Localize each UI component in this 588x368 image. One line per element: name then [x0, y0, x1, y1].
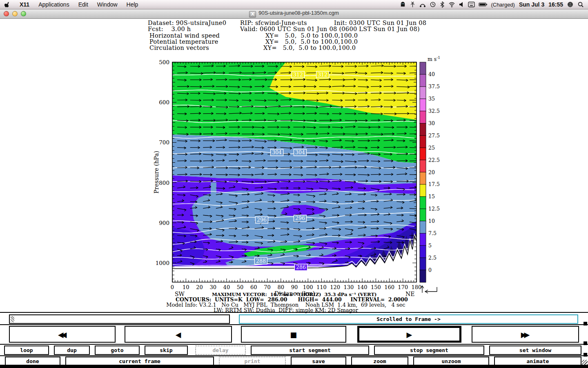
antenna-icon[interactable]	[410, 1, 416, 8]
svg-text:15: 15	[428, 193, 435, 200]
svg-text:30: 30	[428, 120, 435, 126]
svg-text:600: 600	[159, 99, 169, 105]
svg-text:20: 20	[428, 169, 435, 175]
svg-text:296: 296	[295, 215, 305, 221]
svg-text:90: 90	[291, 284, 298, 290]
svg-text:17.5: 17.5	[428, 181, 440, 187]
wifi-icon[interactable]	[448, 1, 455, 8]
svg-text:700: 700	[159, 139, 169, 146]
sash-handle-1[interactable]	[584, 322, 587, 325]
sash-handle-3[interactable]	[584, 353, 587, 357]
svg-text:32.5: 32.5	[428, 108, 440, 114]
svg-text:296: 296	[257, 217, 267, 223]
input-menu-icon[interactable]	[468, 1, 475, 8]
svg-text:288: 288	[256, 258, 266, 264]
apple-menu[interactable]	[0, 0, 15, 9]
panel-divider-2	[0, 324, 588, 325]
svg-text:100: 100	[303, 284, 313, 290]
screen: X11 Applications Edit Window Help	[0, 0, 588, 368]
menu-item-x11[interactable]: X11	[15, 0, 34, 9]
svg-text:50: 50	[237, 284, 244, 290]
header-dataset: Dataset: 90S-utsiraJune0	[148, 20, 226, 26]
svg-text:900: 900	[159, 220, 169, 226]
window-resize-grip[interactable]	[582, 360, 588, 365]
svg-text:20: 20	[196, 284, 203, 290]
header-valid: Valid: 0600 UTC Sun 01 Jun 08 (0600 LST …	[240, 26, 420, 32]
menu-item-window[interactable]: Window	[93, 0, 122, 9]
svg-text:286: 286	[296, 264, 306, 270]
header-field-1-range: XY= 5.0, 5.0 to 100.0,100.0	[265, 32, 358, 39]
header-field-1: Horizontal wind speed	[149, 32, 220, 39]
panel-divider-4	[0, 355, 588, 356]
svg-text:Pressure (hPa): Pressure (hPa)	[153, 151, 160, 193]
svg-text:500: 500	[159, 59, 169, 65]
svg-text:2.5: 2.5	[428, 255, 437, 261]
svg-text:800: 800	[159, 180, 169, 186]
battery-icon[interactable]	[479, 1, 488, 8]
svg-text:7.5: 7.5	[428, 230, 437, 236]
header-rip: RIP: sfcwind-June-uts	[240, 20, 307, 26]
header-init: Init: 0300 UTC Sun 01 Jun 08	[334, 20, 426, 26]
svg-text:312: 312	[293, 72, 303, 78]
battery-status-label: (Charged)	[491, 2, 515, 8]
header-fcst: Fcst: 3.00 h	[148, 26, 191, 32]
svg-text:22.5: 22.5	[428, 157, 440, 163]
svg-text:m s-1: m s-1	[428, 56, 440, 62]
svg-text:0: 0	[171, 284, 174, 290]
svg-text:160: 160	[384, 284, 394, 290]
svg-text:60: 60	[250, 284, 257, 290]
svg-text:170: 170	[398, 284, 408, 290]
user-switch-icon[interactable]	[567, 1, 574, 8]
menu-item-help[interactable]: Help	[122, 0, 143, 9]
ghost-icon[interactable]	[400, 1, 406, 8]
apple-icon	[4, 1, 11, 8]
svg-text:130: 130	[343, 284, 354, 290]
svg-text:5: 5	[428, 242, 432, 249]
spotlight-icon[interactable]	[577, 1, 584, 8]
wind-speed-colorbar: 4037.53532.53027.52522.52017.51512.5107.…	[420, 56, 440, 283]
menu-item-edit[interactable]: Edit	[74, 0, 93, 9]
window-title-bar: X90S-utsira-june08-pbl-1350m.cgm	[0, 9, 588, 19]
vector-reference-arrows	[421, 286, 437, 293]
svg-text:25: 25	[428, 145, 435, 151]
header-field-3: Circulation vectors	[149, 45, 209, 51]
menu-item-applications[interactable]: Applications	[34, 0, 74, 9]
svg-text:12.5: 12.5	[428, 206, 440, 212]
svg-text:0: 0	[428, 267, 432, 273]
svg-text:312: 312	[318, 72, 327, 78]
svg-text:37.5: 37.5	[428, 83, 440, 90]
x11-doc-icon: X	[249, 11, 256, 18]
svg-text:120: 120	[330, 284, 340, 290]
svg-text:304: 304	[272, 149, 282, 155]
volume-icon[interactable]	[459, 1, 464, 8]
menu-bar-status-area: (Charged) Sun Jul 3 16:55	[396, 1, 588, 8]
svg-text:70: 70	[264, 284, 271, 290]
menu-bar: X11 Applications Edit Window Help	[0, 0, 588, 9]
header-field-3-range: XY= 5.0, 5.0 to 100.0,100.0	[263, 45, 356, 51]
svg-text:140: 140	[357, 284, 368, 290]
menu-bar-date[interactable]: Sun Jul 3	[519, 1, 544, 8]
svg-text:40: 40	[428, 71, 435, 77]
panel-divider-1	[0, 312, 588, 313]
svg-text:304: 304	[295, 149, 305, 155]
bluetooth-icon[interactable]	[440, 1, 445, 8]
window-title: X90S-utsira-june08-pbl-1350m.cgm	[0, 10, 588, 18]
svg-text:40: 40	[223, 284, 230, 290]
header-field-2-range: XY= 5.0, 5.0 to 100.0,100.0	[265, 38, 358, 45]
sash-handle-2[interactable]	[584, 341, 587, 345]
svg-text:150: 150	[371, 284, 381, 290]
svg-text:35: 35	[428, 96, 435, 102]
svg-text:1000: 1000	[156, 260, 169, 266]
svg-text:10: 10	[183, 284, 189, 290]
panel-divider-3	[0, 344, 588, 345]
time-machine-icon[interactable]	[430, 1, 436, 8]
menu-bar-clock[interactable]: 16:55	[548, 1, 563, 8]
svg-text:27.5: 27.5	[428, 132, 440, 139]
svg-text:110: 110	[316, 284, 327, 290]
svg-text:80: 80	[278, 284, 285, 290]
header-field-2: Potential temperature	[149, 38, 218, 45]
svg-text:30: 30	[209, 284, 216, 290]
svg-text:10: 10	[428, 218, 435, 224]
modem-phone-icon[interactable]	[419, 1, 426, 8]
svg-text:180: 180	[412, 284, 422, 290]
